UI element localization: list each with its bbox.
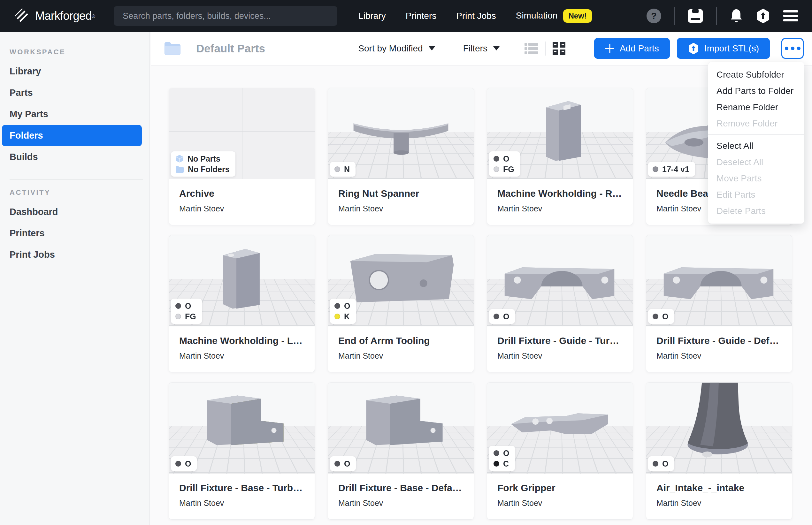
sidebar-heading-workspace: WORKSPACE (10, 48, 149, 56)
help-icon[interactable]: ? (647, 9, 661, 23)
card-owner: Martin Stoev (338, 351, 463, 361)
part-card[interactable]: O K End of Arrm Tooling Martin Stoev (328, 235, 474, 372)
nav-printers[interactable]: Printers (406, 11, 436, 21)
part-thumbnail: O C (487, 382, 633, 474)
sidebar-item-printers[interactable]: Printers (2, 223, 142, 244)
menu-item-create-subfolder[interactable]: Create Subfolder (708, 66, 804, 83)
chevron-down-icon (493, 46, 500, 50)
card-title: Archive (179, 188, 305, 199)
upload-hexagon-icon[interactable] (756, 8, 770, 24)
part-card[interactable]: O FG Machine Workholding - Right... Mart… (487, 88, 633, 225)
part-card[interactable]: N Ring Nut Spanner Martin Stoev (328, 88, 474, 225)
sidebar-item-dashboard[interactable]: Dashboard (2, 201, 142, 223)
sidebar-item-library[interactable]: Library (2, 61, 142, 82)
material-badge: 17-4 v1 (648, 162, 695, 177)
card-owner: Martin Stoev (179, 351, 305, 361)
menu-item-select-all[interactable]: Select All (708, 138, 804, 154)
sidebar-item-folders[interactable]: Folders (2, 125, 142, 146)
card-owner: Martin Stoev (179, 498, 305, 508)
material-badge: N (330, 162, 356, 177)
card-title: Fork Gripper (497, 482, 623, 493)
sort-dropdown[interactable]: Sort by Modified (358, 43, 435, 54)
chevron-down-icon (429, 46, 435, 50)
view-toggles (525, 42, 565, 56)
search-input[interactable] (114, 6, 337, 26)
nav-simulation[interactable]: SimulationNew! (516, 9, 592, 23)
nav-print-jobs[interactable]: Print Jobs (456, 11, 496, 21)
menu-item-add-parts-to-folder[interactable]: Add Parts to Folder (708, 83, 804, 99)
new-badge: New! (563, 9, 592, 23)
top-nav: Library Printers Print Jobs SimulationNe… (358, 9, 592, 23)
divider (674, 7, 675, 25)
part-thumbnail: O FG (169, 235, 315, 326)
topbar: Markforged® Library Printers Print Jobs … (0, 0, 812, 32)
part-card[interactable]: O Air_Intake_-_intake Martin Stoev (646, 382, 792, 520)
sidebar-item-my-parts[interactable]: My Parts (2, 104, 142, 125)
menu-item-remove-folder: Remove Folder (708, 115, 804, 132)
menu-item-rename-folder[interactable]: Rename Folder (708, 99, 804, 115)
markforged-logo[interactable]: Markforged® (14, 8, 95, 24)
sidebar-heading-activity: ACTIVITY (10, 189, 149, 197)
card-owner: Martin Stoev (497, 351, 623, 361)
hamburger-menu-icon[interactable] (783, 10, 798, 22)
card-title: Drill Fixture - Guide - Turbo P... (497, 335, 623, 346)
sidebar-item-builds[interactable]: Builds (2, 146, 142, 168)
card-title: Drill Fixture - Base - Default ... (338, 482, 463, 493)
card-owner: Martin Stoev (497, 204, 623, 213)
add-parts-label: Add Parts (620, 43, 659, 54)
topbar-icons: ? (647, 7, 798, 25)
part-card[interactable]: O C Fork Gripper Martin Stoev (487, 382, 633, 520)
part-card[interactable]: O Drill Fixture - Guide - Default... Mar… (646, 235, 792, 372)
material-badge: O K (330, 299, 356, 324)
material-badge: O (648, 456, 674, 471)
ellipsis-icon (785, 47, 788, 50)
import-stl-button[interactable]: Import STL(s) (677, 38, 770, 59)
part-thumbnail: O (169, 382, 315, 474)
nav-library[interactable]: Library (358, 11, 386, 21)
folder-card-archive[interactable]: No Parts No Folders Archive Martin Stoev (169, 88, 315, 225)
part-card[interactable]: O Drill Fixture - Base - Default ... Mar… (328, 382, 474, 520)
folder-actions-menu: Create Subfolder Add Parts to Folder Ren… (708, 62, 804, 224)
filters-label: Filters (463, 43, 487, 54)
printer-icon[interactable] (688, 9, 704, 23)
list-view-icon[interactable] (525, 43, 538, 54)
main-content: Default Parts Sort by Modified Filters (151, 32, 812, 525)
part-card[interactable]: O FG Machine Workholding - Left ... Mart… (169, 235, 315, 372)
import-hexagon-icon (688, 43, 699, 55)
part-card[interactable]: O Drill Fixture - Base - Turbo Pr... Mar… (169, 382, 315, 520)
sidebar: WORKSPACE Library Parts My Parts Folders… (0, 32, 150, 525)
markforged-logo-icon (14, 8, 30, 24)
card-title: Machine Workholding - Right... (497, 188, 623, 199)
import-stl-label: Import STL(s) (704, 43, 759, 54)
card-title: Drill Fixture - Base - Turbo Pr... (179, 482, 305, 493)
material-badge: O FG (171, 299, 202, 324)
logo-wordmark: Markforged® (35, 9, 95, 23)
notifications-bell-icon[interactable] (729, 9, 743, 23)
menu-item-edit-parts: Edit Parts (708, 186, 804, 203)
grid-view-icon[interactable] (552, 42, 565, 55)
divider (545, 42, 546, 56)
page-title: Default Parts (196, 42, 265, 55)
more-actions-button[interactable] (781, 38, 804, 59)
material-badge: O (489, 309, 515, 324)
part-thumbnail: O (328, 382, 474, 474)
part-card[interactable]: O Drill Fixture - Guide - Turbo P... Mar… (487, 235, 633, 372)
folder-icon (175, 166, 184, 173)
part-thumbnail: N (328, 88, 474, 179)
divider (716, 7, 717, 25)
card-title: Machine Workholding - Left ... (179, 335, 305, 346)
filters-dropdown[interactable]: Filters (463, 43, 500, 54)
sidebar-item-parts[interactable]: Parts (2, 82, 142, 104)
material-badge: O (171, 456, 197, 471)
plus-icon (605, 44, 615, 53)
menu-item-delete-parts: Delete Parts (708, 203, 804, 219)
part-thumbnail: O FG (487, 88, 633, 179)
sidebar-item-print-jobs[interactable]: Print Jobs (2, 244, 142, 265)
folder-contents-badge: No Parts No Folders (171, 151, 235, 177)
card-owner: Martin Stoev (656, 498, 782, 508)
menu-divider (708, 134, 804, 135)
card-title: Air_Intake_-_intake (656, 482, 782, 493)
menu-item-move-parts: Move Parts (708, 170, 804, 186)
card-title: Ring Nut Spanner (338, 188, 463, 199)
add-parts-button[interactable]: Add Parts (594, 38, 670, 59)
